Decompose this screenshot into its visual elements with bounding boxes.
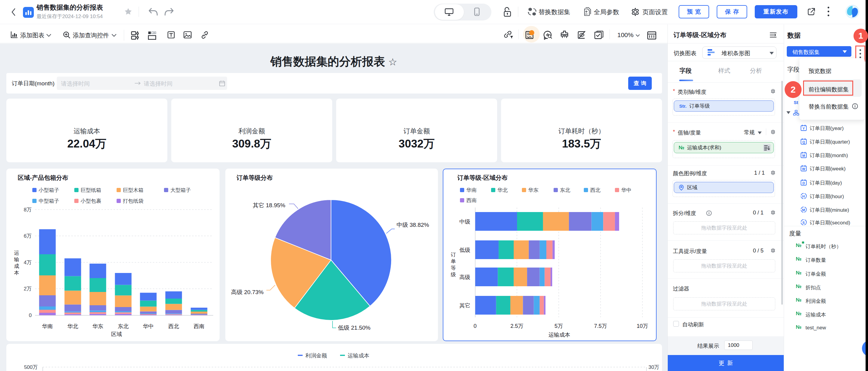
svg-text:成: 成 (14, 263, 19, 269)
svg-text:M: M (802, 154, 805, 158)
svg-text:500万: 500万 (24, 364, 38, 370)
svg-text:高级 20.73%: 高级 20.73% (231, 289, 264, 295)
svg-text:8万: 8万 (24, 207, 32, 213)
svg-text:小型包裹: 小型包裹 (80, 198, 101, 204)
svg-text:10万: 10万 (637, 323, 648, 329)
svg-text:2万: 2万 (24, 286, 32, 292)
svg-text:华南: 华南 (42, 323, 53, 329)
svg-text:华东: 华东 (528, 187, 538, 193)
svg-text:大型箱子: 大型箱子 (170, 187, 191, 193)
svg-text:H: H (802, 195, 805, 198)
svg-text:华南: 华南 (466, 187, 476, 193)
svg-text:30万: 30万 (648, 364, 659, 370)
svg-text:订单等级-区域分布: 订单等级-区域分布 (457, 174, 508, 181)
svg-text:其它: 其它 (459, 303, 470, 309)
svg-text:西北: 西北 (590, 187, 600, 193)
svg-text:运输成本: 运输成本 (348, 352, 369, 359)
svg-text:低级 21.50%: 低级 21.50% (338, 325, 371, 331)
svg-text:巨型木箱: 巨型木箱 (123, 187, 144, 193)
svg-text:Q: Q (803, 140, 805, 144)
svg-text:等: 等 (451, 265, 456, 271)
svg-text:西南: 西南 (466, 198, 476, 203)
svg-text:订: 订 (451, 252, 456, 258)
svg-text:运: 运 (14, 250, 19, 256)
svg-text:华北: 华北 (497, 187, 508, 193)
svg-text:华中: 华中 (143, 323, 154, 329)
svg-text:华中: 华中 (621, 187, 631, 193)
svg-text:级: 级 (451, 272, 456, 277)
svg-text:东北: 东北 (560, 187, 570, 193)
svg-text:小型箱子: 小型箱子 (38, 187, 59, 193)
svg-text:4万: 4万 (24, 260, 32, 265)
svg-text:M: M (802, 208, 805, 212)
svg-text:巨型纸箱: 巨型纸箱 (81, 187, 101, 193)
svg-text:打包纸袋: 打包纸袋 (123, 198, 144, 204)
svg-text:0: 0 (473, 323, 476, 329)
svg-text:Y: Y (803, 127, 805, 130)
svg-text:华北: 华北 (67, 323, 78, 329)
svg-text:W: W (802, 167, 805, 171)
svg-text:华东: 华东 (92, 323, 103, 329)
svg-text:其它 18.95%: 其它 18.95% (253, 202, 285, 208)
svg-text:利润金额: 利润金额 (305, 352, 327, 359)
svg-text:本: 本 (14, 270, 19, 276)
svg-text:单: 单 (451, 259, 456, 264)
svg-text:6万: 6万 (24, 233, 32, 239)
svg-text:低级: 低级 (459, 247, 470, 253)
svg-text:区域: 区域 (111, 331, 122, 337)
svg-text:运输成本: 运输成本 (549, 332, 570, 338)
svg-text:中级: 中级 (459, 219, 470, 225)
svg-text:高级: 高级 (459, 274, 470, 280)
svg-text:西南: 西南 (194, 323, 205, 329)
svg-text:5万: 5万 (555, 323, 563, 329)
svg-text:中级 38.82%: 中级 38.82% (397, 222, 429, 228)
svg-text:订单等级分布: 订单等级分布 (236, 174, 273, 181)
svg-text:0: 0 (29, 312, 32, 318)
svg-text:区域-产品包箱分布: 区域-产品包箱分布 (18, 174, 68, 181)
svg-text:D: D (803, 181, 805, 185)
svg-text:东北: 东北 (118, 323, 129, 329)
svg-text:输: 输 (14, 257, 19, 262)
svg-text:7.5万: 7.5万 (594, 323, 607, 329)
svg-text:中型箱子: 中型箱子 (39, 198, 59, 204)
svg-text:2.5万: 2.5万 (510, 323, 523, 329)
svg-text:西北: 西北 (168, 323, 179, 329)
svg-text:S: S (803, 221, 805, 225)
